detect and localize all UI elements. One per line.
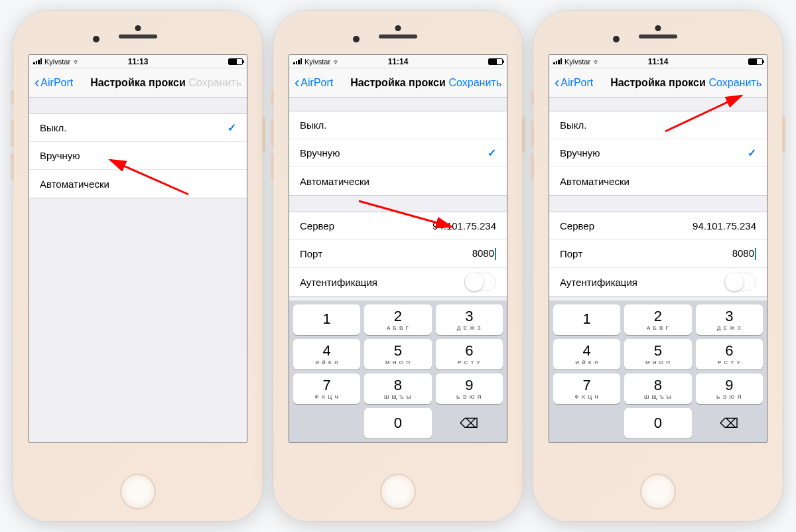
content: Выкл. Вручную Автоматически: [29, 98, 247, 442]
backspace-icon: ⌫: [460, 415, 478, 431]
battery-icon: [228, 58, 243, 65]
proximity-sensor: [135, 25, 141, 31]
home-button[interactable]: [640, 474, 676, 509]
proxy-mode-manual[interactable]: Вручную: [289, 139, 507, 167]
server-label: Сервер: [300, 220, 334, 232]
save-button[interactable]: Сохранить: [188, 77, 241, 89]
key-8[interactable]: 8Ш Щ Ъ Ы: [364, 373, 431, 404]
carrier-label: Kyivstar: [44, 58, 70, 66]
proxy-mode-off-label: Выкл.: [300, 119, 326, 131]
chevron-left-icon: ‹: [34, 76, 39, 90]
wifi-icon: ᯤ: [593, 58, 600, 66]
key-delete[interactable]: ⌫: [696, 408, 763, 438]
port-label: Порт: [300, 248, 322, 259]
key-blank: [293, 408, 360, 438]
status-bar: Kyivstar ᯤ 11:14: [549, 55, 767, 68]
back-button[interactable]: ‹ AirPort: [555, 76, 593, 90]
port-row[interactable]: Порт 8080: [549, 240, 767, 268]
front-camera: [613, 36, 620, 42]
server-row[interactable]: Сервер 94.101.75.234: [289, 212, 507, 240]
content: Выкл. Вручную Автоматически Сервер 94.10…: [289, 98, 507, 442]
speaker-grille: [639, 34, 677, 38]
key-3[interactable]: 3Д Е Ж З: [436, 304, 503, 335]
back-button[interactable]: ‹ AirPort: [295, 76, 333, 90]
home-button[interactable]: [120, 474, 156, 509]
key-8[interactable]: 8Ш Щ Ъ Ы: [624, 373, 691, 404]
status-bar: Kyivstar ᯤ 11:14: [289, 55, 507, 68]
save-button[interactable]: Сохранить: [448, 77, 501, 89]
proxy-mode-group: Выкл. Вручную Автоматически: [289, 111, 507, 196]
server-row[interactable]: Сервер 94.101.75.234: [549, 212, 767, 240]
power-button: [522, 117, 525, 153]
proxy-mode-manual[interactable]: Вручную: [549, 139, 767, 167]
volume-up-button: [11, 120, 14, 147]
key-1[interactable]: 1: [553, 304, 620, 335]
speaker-grille: [119, 34, 157, 38]
proxy-mode-off[interactable]: Выкл.: [549, 111, 767, 139]
proxy-mode-manual-label: Вручную: [300, 147, 340, 159]
key-1[interactable]: 1: [293, 304, 360, 335]
key-2[interactable]: 2А Б В Г: [624, 304, 691, 335]
proxy-mode-auto[interactable]: Автоматически: [289, 167, 507, 195]
key-3[interactable]: 3Д Е Ж З: [696, 304, 763, 335]
nav-bar: ‹ AirPort Настройка прокси Сохранить: [29, 68, 247, 98]
proxy-mode-off[interactable]: Выкл.: [289, 111, 507, 139]
carrier-label: Kyivstar: [304, 58, 330, 66]
battery-icon: [488, 58, 503, 65]
proxy-mode-group: Выкл. Вручную Автоматически: [549, 111, 767, 196]
key-5[interactable]: 5М Н О П: [364, 339, 431, 369]
key-6[interactable]: 6Р С Т У: [436, 339, 503, 369]
server-value: 94.101.75.234: [432, 220, 496, 232]
key-7[interactable]: 7Ф Х Ц Ч: [553, 373, 620, 404]
key-0[interactable]: 0: [364, 408, 431, 438]
key-0[interactable]: 0: [624, 408, 691, 438]
volume-down-button: [11, 153, 14, 180]
nav-bar: ‹ AirPort Настройка прокси Сохранить: [289, 68, 507, 98]
front-camera: [353, 36, 360, 42]
proximity-sensor: [395, 25, 401, 31]
checkmark-icon: [228, 121, 236, 134]
backspace-icon: ⌫: [720, 415, 738, 431]
key-5[interactable]: 5М Н О П: [624, 339, 691, 369]
proxy-mode-auto[interactable]: Автоматически: [29, 170, 247, 198]
key-4[interactable]: 4И Й К Л: [293, 339, 360, 369]
port-row[interactable]: Порт 8080: [289, 240, 507, 268]
numeric-keypad: 1 2А Б В Г 3Д Е Ж З 4И Й К Л 5М Н О П 6Р…: [549, 300, 767, 442]
server-value: 94.101.75.234: [693, 220, 756, 232]
carrier-label: Kyivstar: [564, 58, 590, 66]
proxy-mode-off-label: Выкл.: [560, 119, 586, 131]
auth-toggle[interactable]: [464, 273, 496, 291]
auth-row[interactable]: Аутентификация: [289, 268, 507, 296]
checkmark-icon: [748, 147, 756, 159]
wifi-icon: ᯤ: [333, 58, 340, 66]
chevron-left-icon: ‹: [555, 76, 559, 90]
battery-icon: [748, 58, 763, 65]
key-7[interactable]: 7Ф Х Ц Ч: [293, 373, 360, 404]
proxy-mode-group: Выкл. Вручную Автоматически: [29, 113, 247, 198]
key-2[interactable]: 2А Б В Г: [364, 304, 431, 335]
back-button[interactable]: ‹ AirPort: [34, 76, 73, 90]
clock: 11:13: [128, 57, 149, 66]
auth-toggle[interactable]: [724, 273, 756, 291]
key-9[interactable]: 9Ь Э Ю Я: [436, 373, 503, 404]
phone-2: Kyivstar ᯤ 11:14 ‹ AirPort Настройка про…: [273, 11, 523, 521]
home-button[interactable]: [380, 474, 416, 509]
proxy-mode-off[interactable]: Выкл.: [29, 114, 247, 142]
key-delete[interactable]: ⌫: [436, 408, 503, 438]
mute-switch: [11, 90, 14, 105]
checkmark-icon: [488, 147, 496, 159]
key-6[interactable]: 6Р С Т У: [696, 339, 763, 369]
proximity-sensor: [655, 25, 661, 31]
proxy-mode-auto[interactable]: Автоматически: [549, 167, 767, 195]
mute-switch: [271, 90, 274, 105]
proxy-mode-manual[interactable]: Вручную: [29, 142, 247, 170]
key-4[interactable]: 4И Й К Л: [553, 339, 620, 369]
volume-up-button: [531, 120, 534, 147]
clock: 11:14: [388, 57, 409, 66]
volume-down-button: [531, 153, 534, 180]
auth-row[interactable]: Аутентификация: [549, 268, 767, 296]
key-9[interactable]: 9Ь Э Ю Я: [696, 373, 763, 404]
phone-1: Kyivstar ᯤ 11:13 ‹ AirPort Настройка про…: [13, 11, 263, 521]
save-button[interactable]: Сохранить: [708, 77, 762, 89]
mute-switch: [531, 90, 534, 105]
